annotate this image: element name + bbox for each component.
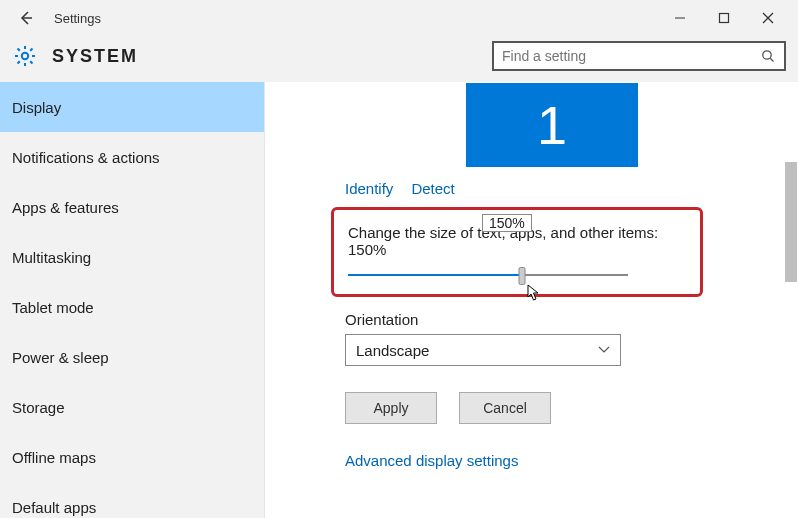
scrollbar-thumb[interactable]	[785, 162, 797, 282]
sidebar-item-label: Power & sleep	[12, 349, 109, 366]
sidebar-item-label: Apps & features	[12, 199, 119, 216]
sidebar-item-storage[interactable]: Storage	[0, 382, 264, 432]
svg-line-10	[30, 61, 32, 63]
svg-point-13	[763, 51, 771, 59]
svg-rect-1	[720, 14, 729, 23]
gear-icon	[12, 43, 38, 69]
orientation-value: Landscape	[356, 342, 429, 359]
scrollbar[interactable]	[784, 82, 798, 518]
sidebar-item-default-apps[interactable]: Default apps	[0, 482, 264, 518]
scaling-highlight: 150% Change the size of text, apps, and …	[331, 207, 703, 297]
sidebar-item-label: Display	[12, 99, 61, 116]
back-button[interactable]	[8, 0, 44, 36]
identify-link[interactable]: Identify	[345, 180, 393, 197]
maximize-button[interactable]	[702, 0, 746, 36]
detect-link[interactable]: Detect	[411, 180, 454, 197]
sidebar-item-notifications[interactable]: Notifications & actions	[0, 132, 264, 182]
window-controls	[658, 0, 790, 36]
orientation-dropdown[interactable]: Landscape	[345, 334, 621, 366]
sidebar-item-label: Storage	[12, 399, 65, 416]
svg-line-14	[770, 58, 773, 61]
slider-track	[348, 274, 628, 276]
minimize-button[interactable]	[658, 0, 702, 36]
button-row: Apply Cancel	[345, 392, 798, 424]
sidebar-item-offline-maps[interactable]: Offline maps	[0, 432, 264, 482]
sidebar-item-label: Default apps	[12, 499, 96, 516]
titlebar: Settings	[0, 0, 798, 36]
sidebar-item-apps-features[interactable]: Apps & features	[0, 182, 264, 232]
close-button[interactable]	[746, 0, 790, 36]
monitor-tile[interactable]: 1	[466, 83, 638, 167]
display-links: Identify Detect	[345, 180, 798, 197]
sidebar-item-label: Multitasking	[12, 249, 91, 266]
scale-tooltip: 150%	[482, 214, 532, 232]
slider-thumb[interactable]	[518, 267, 525, 285]
search-box[interactable]	[492, 41, 786, 71]
search-input[interactable]	[502, 48, 760, 64]
sidebar-item-tablet-mode[interactable]: Tablet mode	[0, 282, 264, 332]
display-arrangement: 1	[345, 82, 798, 168]
cancel-button[interactable]: Cancel	[459, 392, 551, 424]
main-panel: 1 Identify Detect 150% Change the size o…	[264, 82, 798, 518]
header-title: SYSTEM	[52, 46, 138, 67]
svg-line-12	[18, 61, 20, 63]
advanced-display-link[interactable]: Advanced display settings	[345, 452, 798, 469]
sidebar-item-multitasking[interactable]: Multitasking	[0, 232, 264, 282]
orientation-label: Orientation	[345, 311, 798, 328]
header: SYSTEM	[0, 36, 798, 82]
chevron-down-icon	[598, 343, 610, 357]
monitor-number: 1	[537, 94, 567, 156]
cancel-label: Cancel	[483, 400, 527, 416]
sidebar-item-label: Offline maps	[12, 449, 96, 466]
sidebar: Display Notifications & actions Apps & f…	[0, 82, 264, 518]
sidebar-item-label: Notifications & actions	[12, 149, 160, 166]
slider-fill	[348, 274, 522, 276]
apply-button[interactable]: Apply	[345, 392, 437, 424]
svg-line-9	[18, 49, 20, 51]
scale-slider[interactable]	[348, 274, 628, 276]
window-title: Settings	[54, 11, 101, 26]
sidebar-item-power-sleep[interactable]: Power & sleep	[0, 332, 264, 382]
svg-point-4	[22, 53, 28, 59]
sidebar-item-display[interactable]: Display	[0, 82, 264, 132]
apply-label: Apply	[373, 400, 408, 416]
search-icon	[760, 48, 776, 64]
sidebar-item-label: Tablet mode	[12, 299, 94, 316]
svg-line-11	[30, 49, 32, 51]
cursor-icon	[527, 284, 541, 305]
